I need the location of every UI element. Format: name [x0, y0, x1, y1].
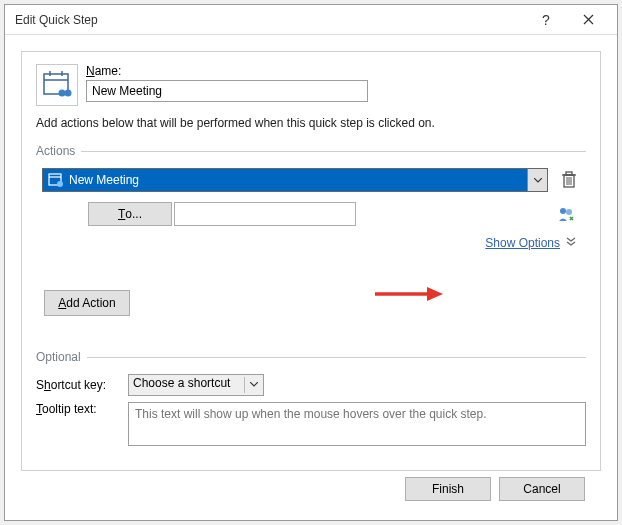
name-input[interactable]	[86, 80, 368, 102]
to-input[interactable]	[174, 202, 356, 226]
address-book-icon[interactable]	[557, 205, 575, 226]
close-button[interactable]	[567, 6, 609, 34]
optional-header-label: Optional	[36, 350, 81, 364]
close-icon	[583, 14, 594, 25]
main-panel: Name: Add actions below that will be per…	[21, 51, 601, 471]
svg-point-16	[566, 209, 572, 215]
show-options-link[interactable]: Show Options	[485, 236, 560, 250]
add-action-button[interactable]: Add Action	[44, 290, 130, 316]
actions-header-label: Actions	[36, 144, 75, 158]
shortcut-dropdown[interactable]: Choose a shortcut	[128, 374, 264, 396]
dropdown-arrow-button[interactable]	[527, 169, 547, 191]
svg-point-8	[57, 181, 63, 187]
svg-point-5	[65, 90, 72, 97]
tooltip-label: Tooltip text:	[36, 402, 128, 416]
delete-action-button[interactable]	[558, 168, 580, 192]
trash-icon	[561, 171, 577, 189]
dialog-body: Name: Add actions below that will be per…	[5, 35, 617, 520]
finish-button[interactable]: Finish	[405, 477, 491, 501]
help-button[interactable]: ?	[525, 6, 567, 34]
actions-header: Actions	[36, 144, 586, 158]
cancel-button[interactable]: Cancel	[499, 477, 585, 501]
shortcut-value: Choose a shortcut	[133, 376, 230, 390]
name-label: Name:	[86, 64, 586, 78]
description-text: Add actions below that will be performed…	[36, 116, 586, 130]
action-type-dropdown[interactable]: New Meeting	[42, 168, 548, 192]
quick-step-icon[interactable]	[36, 64, 78, 106]
svg-point-4	[59, 90, 66, 97]
chevron-down-icon	[250, 382, 258, 387]
double-chevron-down-icon	[566, 237, 576, 247]
chevron-down-icon	[534, 178, 542, 183]
svg-rect-14	[566, 172, 572, 175]
window-title: Edit Quick Step	[15, 13, 525, 27]
shortcut-label: Shortcut key:	[36, 378, 128, 392]
dialog-footer: Finish Cancel	[21, 471, 601, 501]
edit-quick-step-dialog: Edit Quick Step ? Name	[4, 4, 618, 521]
expand-icon[interactable]	[566, 236, 576, 250]
optional-header: Optional	[36, 350, 586, 364]
calendar-meeting-icon	[48, 172, 64, 191]
calendar-meeting-icon	[40, 68, 74, 102]
tooltip-textarea[interactable]	[128, 402, 586, 446]
to-button[interactable]: To...	[88, 202, 172, 226]
svg-point-15	[560, 208, 566, 214]
titlebar: Edit Quick Step ?	[5, 5, 617, 35]
